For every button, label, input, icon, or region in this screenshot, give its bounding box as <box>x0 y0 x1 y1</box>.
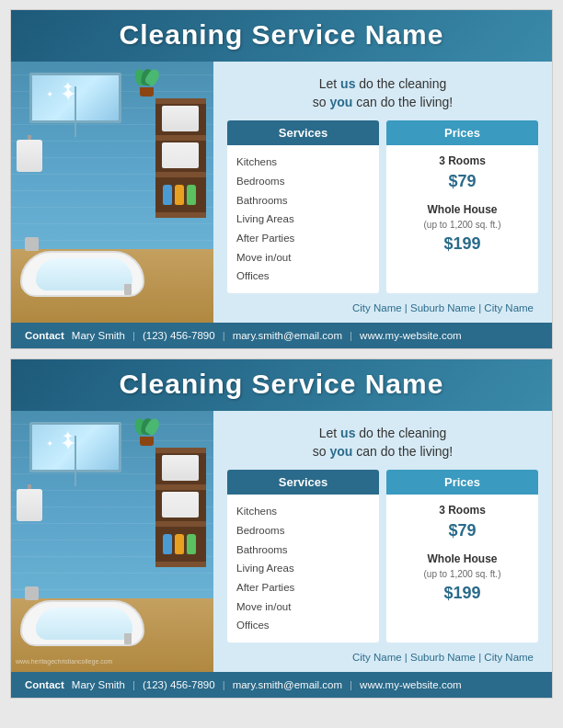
cabinet <box>155 98 206 218</box>
window <box>29 422 121 472</box>
towel <box>162 455 199 481</box>
contact-website-2: www.my-website.com <box>360 679 462 690</box>
price-amount: $199 <box>396 232 529 256</box>
tagline-2: Let us do the cleaning so you can do the… <box>227 425 538 461</box>
services-list: Kitchens Bedrooms Bathrooms Living Areas… <box>236 153 370 286</box>
plant-leaves <box>135 418 158 438</box>
shelf <box>155 172 206 177</box>
bathroom-illustration-2: ✦ ✦ <box>11 411 213 672</box>
flyer-header: Cleaning Service Name <box>11 10 552 62</box>
flyer-content: Let us do the cleaning so you can do the… <box>213 62 552 323</box>
flyer-content-2: Let us do the cleaning so you can do the… <box>213 411 552 672</box>
price-amount-2: $79 <box>396 518 529 543</box>
sparkle-small-icon: ✦ <box>46 89 53 99</box>
list-item: Offices <box>236 616 370 635</box>
separator: | <box>350 679 352 690</box>
flyer-body-2: ✦ ✦ <box>11 411 552 672</box>
prices-body-2: 3 Rooms $79 Whole House (up to 1,200 sq.… <box>386 495 538 620</box>
contact-name: Mary Smith <box>72 330 125 341</box>
shelf <box>155 212 206 218</box>
prices-header: Prices <box>386 120 538 145</box>
price-name-2: Whole House <box>396 551 529 567</box>
prices-header-2: Prices <box>386 470 538 495</box>
flyer-2: Cleaning Service Name ✦ ✦ <box>10 358 553 699</box>
you-highlight-2: you <box>329 444 352 459</box>
flyer-card-2: Cleaning Service Name ✦ ✦ <box>10 358 553 699</box>
separator: | <box>350 330 352 341</box>
list-item: Move in/out <box>236 597 370 617</box>
contact-name-2: Mary Smith <box>72 679 125 690</box>
bottle <box>163 185 172 205</box>
prices-body: 3 Rooms $79 Whole House (up to 1,200 sq.… <box>386 145 538 271</box>
services-prices-2: Services Kitchens Bedrooms Bathrooms Liv… <box>227 470 538 643</box>
list-item: Living Areas <box>236 210 370 229</box>
towel <box>162 142 199 168</box>
list-item: Move in/out <box>236 248 370 267</box>
us-highlight-2: us <box>340 426 355 440</box>
flyer-body: ✦ ✦ <box>11 62 552 323</box>
tub-leg <box>124 633 132 644</box>
sparkle-icon: ✦ <box>62 78 74 96</box>
contact-email-2: mary.smith@email.com <box>233 679 342 690</box>
window-frame <box>75 86 76 137</box>
separator: | <box>132 679 135 690</box>
flyer-title: Cleaning Service Name <box>29 19 534 51</box>
list-item: Bedrooms <box>236 172 370 191</box>
tub-inner <box>36 608 132 640</box>
bottles <box>163 529 198 554</box>
hanging-towel <box>17 140 42 172</box>
shelf <box>155 562 206 567</box>
services-header: Services <box>227 120 379 145</box>
faucet <box>25 586 39 600</box>
cabinet <box>155 448 206 567</box>
towel <box>162 106 199 131</box>
city-line: City Name | Suburb Name | City Name <box>227 302 538 313</box>
sparkle-small-icon: ✦ <box>46 438 53 449</box>
hanging-towel <box>17 489 42 521</box>
bottle <box>175 185 184 205</box>
tub-inner <box>36 258 132 290</box>
you-highlight: you <box>329 95 352 109</box>
bathtub <box>16 237 149 297</box>
list-item: Kitchens <box>236 153 370 172</box>
services-prices: Services Kitchens Bedrooms Bathrooms Liv… <box>227 120 538 293</box>
price-amount: $79 <box>396 169 529 194</box>
city-line-2: City Name | Suburb Name | City Name <box>227 652 538 663</box>
price-whole-house: Whole House (up to 1,200 sq. ft.) $199 <box>396 201 529 256</box>
sparkle-icon: ✦ <box>62 427 74 445</box>
towel-rack <box>16 135 43 172</box>
services-body-2: Kitchens Bedrooms Bathrooms Living Areas… <box>227 495 379 643</box>
prices-box: Prices 3 Rooms $79 Whole House (up to 1,… <box>386 120 538 293</box>
price-whole-house-2: Whole House (up to 1,200 sq. ft.) $199 <box>396 551 529 606</box>
bottles <box>163 179 198 205</box>
separator: | <box>223 330 225 341</box>
plant <box>135 418 158 446</box>
bathtub <box>16 586 149 646</box>
bottle <box>163 534 172 554</box>
plant-leaves <box>135 69 158 89</box>
flyer-footer: Contact Mary Smith | (123) 456-7890 | ma… <box>11 323 552 348</box>
plant <box>135 69 158 97</box>
towel <box>162 492 199 518</box>
shelf <box>155 521 206 527</box>
plant-pot <box>140 87 154 97</box>
list-item: After Parties <box>236 578 370 597</box>
contact-label-2: Contact <box>25 679 64 690</box>
window <box>29 73 121 123</box>
services-list-2: Kitchens Bedrooms Bathrooms Living Areas… <box>236 502 370 635</box>
list-item: Bathrooms <box>236 191 370 210</box>
separator: | <box>223 679 225 690</box>
price-name: Whole House <box>396 201 529 218</box>
flyer-footer-2: Contact Mary Smith | (123) 456-7890 | ma… <box>11 672 552 698</box>
us-highlight: us <box>340 76 355 91</box>
tub-body <box>20 600 144 646</box>
flyer-1: Cleaning Service Name ✦ ✦ <box>10 9 553 349</box>
contact-label: Contact <box>25 330 64 341</box>
list-item: Bedrooms <box>236 521 370 540</box>
contact-phone-2: (123) 456-7890 <box>143 679 215 690</box>
contact-website: www.my-website.com <box>360 330 462 341</box>
services-box: Services Kitchens Bedrooms Bathrooms Liv… <box>227 120 379 293</box>
shelf <box>155 98 206 104</box>
window-frame <box>75 436 76 486</box>
contact-email: mary.smith@email.com <box>233 330 342 341</box>
